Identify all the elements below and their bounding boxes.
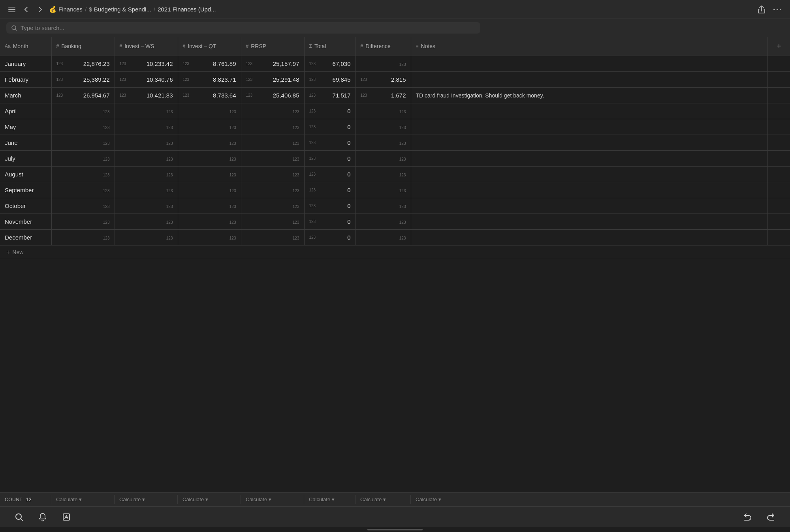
more-button[interactable] [771,3,784,16]
invest-qt-cell[interactable]: 1238,761.89 [178,56,241,72]
invest-qt-cell[interactable]: 1238,733.64 [178,88,241,103]
col-header-invest-qt[interactable]: # Invest – QT [178,37,241,56]
total-cell[interactable]: 1230 [304,230,356,245]
table-row[interactable]: June1231231231231230123 [0,135,790,151]
invest-qt-cell[interactable]: 123 [178,135,241,151]
col-header-difference[interactable]: # Difference [356,37,411,56]
table-row[interactable]: May1231231231231230123 [0,119,790,135]
invest-ws-cell[interactable]: 123 [115,230,178,245]
footer-rrsp-calc[interactable]: Calculate ▾ [241,495,304,504]
forward-button[interactable] [35,4,46,15]
invest-qt-cell[interactable]: 123 [178,214,241,230]
table-row[interactable]: December1231231231231230123 [0,230,790,245]
rrsp-cell[interactable]: 123 [241,167,304,182]
col-header-rrsp[interactable]: # RRSP [241,37,304,56]
difference-cell[interactable]: 1232,815 [356,72,411,88]
footer-difference-calc[interactable]: Calculate ▾ [356,495,411,504]
notes-cell[interactable] [411,56,768,72]
notes-cell[interactable] [411,151,768,167]
month-cell[interactable]: November [0,214,51,230]
rrsp-cell[interactable]: 123 [241,182,304,198]
rrsp-cell[interactable]: 123 [241,135,304,151]
new-row-button[interactable]: + New [0,245,790,259]
search-input[interactable] [21,24,476,31]
rrsp-cell[interactable]: 12325,291.48 [241,72,304,88]
invest-ws-cell[interactable]: 123 [115,103,178,119]
total-cell[interactable]: 12367,030 [304,56,356,72]
notes-cell[interactable] [411,214,768,230]
table-row[interactable]: October1231231231231230123 [0,198,790,214]
invest-qt-cell[interactable]: 123 [178,151,241,167]
difference-cell[interactable]: 123 [356,151,411,167]
footer-notes-calc[interactable]: Calculate ▾ [411,495,790,504]
difference-cell[interactable]: 123 [356,119,411,135]
invest-ws-cell[interactable]: 123 [115,214,178,230]
banking-cell[interactable]: 123 [51,214,115,230]
undo-button[interactable] [741,511,754,523]
notes-cell[interactable] [411,103,768,119]
notes-cell[interactable]: TD card fraud Investigation. Should get … [411,88,768,103]
breadcrumb-budgeting[interactable]: $ Budgeting & Spendi... [89,6,151,13]
invest-qt-cell[interactable]: 123 [178,103,241,119]
invest-ws-cell[interactable]: 123 [115,182,178,198]
month-cell[interactable]: February [0,72,51,88]
menu-icon[interactable] [6,4,17,15]
notes-cell[interactable] [411,167,768,182]
banking-cell[interactable]: 123 [51,103,115,119]
footer-total-calc[interactable]: Calculate ▾ [304,495,356,504]
difference-cell[interactable]: 123 [356,198,411,214]
total-cell[interactable]: 12369,845 [304,72,356,88]
notes-cell[interactable] [411,135,768,151]
banking-cell[interactable]: 123 [51,167,115,182]
total-cell[interactable]: 1230 [304,198,356,214]
difference-cell[interactable]: 123 [356,214,411,230]
month-cell[interactable]: March [0,88,51,103]
rrsp-cell[interactable]: 123 [241,198,304,214]
invest-ws-cell[interactable]: 123 [115,151,178,167]
rrsp-cell[interactable]: 123 [241,230,304,245]
invest-qt-cell[interactable]: 123 [178,119,241,135]
notes-cell[interactable] [411,230,768,245]
invest-ws-cell[interactable]: 12310,233.42 [115,56,178,72]
rrsp-cell[interactable]: 123 [241,119,304,135]
difference-cell[interactable]: 123 [356,135,411,151]
redo-button[interactable] [765,511,777,523]
banking-cell[interactable]: 123 [51,119,115,135]
total-cell[interactable]: 1230 [304,151,356,167]
rrsp-cell[interactable]: 12325,406.85 [241,88,304,103]
total-cell[interactable]: 1230 [304,182,356,198]
invest-ws-cell[interactable]: 123 [115,167,178,182]
table-row[interactable]: September1231231231231230123 [0,182,790,198]
total-cell[interactable]: 1230 [304,135,356,151]
invest-ws-cell[interactable]: 12310,421.83 [115,88,178,103]
difference-cell[interactable]: 123 [356,167,411,182]
month-cell[interactable]: August [0,167,51,182]
invest-qt-cell[interactable]: 123 [178,167,241,182]
notifications-button[interactable] [36,511,49,523]
search-toolbar-button[interactable] [13,511,25,523]
edit-button[interactable] [60,511,73,523]
table-row[interactable]: April1231231231231230123 [0,103,790,119]
notes-cell[interactable] [411,182,768,198]
add-column-button[interactable]: + [768,37,790,56]
table-row[interactable]: November1231231231231230123 [0,214,790,230]
invest-ws-cell[interactable]: 12310,340.76 [115,72,178,88]
banking-cell[interactable]: 12325,389.22 [51,72,115,88]
month-cell[interactable]: July [0,151,51,167]
total-cell[interactable]: 1230 [304,103,356,119]
invest-qt-cell[interactable]: 1238,823.71 [178,72,241,88]
month-cell[interactable]: June [0,135,51,151]
total-cell[interactable]: 12371,517 [304,88,356,103]
col-header-banking[interactable]: # Banking [51,37,115,56]
month-cell[interactable]: December [0,230,51,245]
banking-cell[interactable]: 123 [51,135,115,151]
col-header-total[interactable]: Σ Total [304,37,356,56]
col-header-notes[interactable]: ≡ Notes [411,37,768,56]
table-row[interactable]: July1231231231231230123 [0,151,790,167]
table-row[interactable]: January12322,876.2312310,233.421238,761.… [0,56,790,72]
table-row[interactable]: February12325,389.2212310,340.761238,823… [0,72,790,88]
notes-cell[interactable] [411,119,768,135]
total-cell[interactable]: 1230 [304,214,356,230]
banking-cell[interactable]: 12326,954.67 [51,88,115,103]
difference-cell[interactable]: 123 [356,230,411,245]
